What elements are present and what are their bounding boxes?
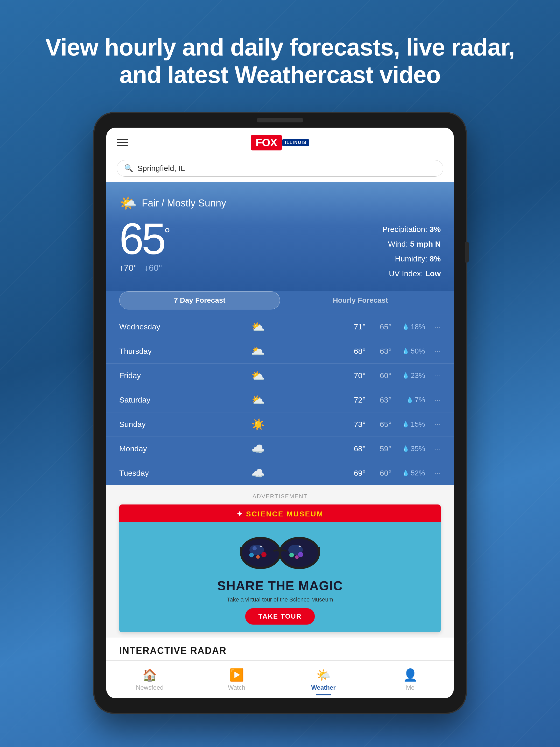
forecast-day: Monday <box>119 444 176 453</box>
forecast-more-button[interactable]: ··· <box>425 371 441 380</box>
forecast-lo: 63° <box>366 395 392 404</box>
hamburger-button[interactable] <box>117 139 128 146</box>
forecast-row[interactable]: Tuesday ☁️ 69° 60° 💧52% ··· <box>106 461 454 485</box>
tab-hourly[interactable]: Hourly Forecast <box>280 291 441 309</box>
forecast-row[interactable]: Friday ⛅ 70° 60° 💧23% ··· <box>106 363 454 388</box>
weather-stats: Precipitation: 3% Wind: 5 mph N Humidity… <box>382 216 441 281</box>
forecast-lo: 65° <box>366 323 392 331</box>
ad-bottom: SHARE THE MAGIC Take a virtual tour of t… <box>119 579 441 633</box>
fox-logo-subtext: ILLINOIS <box>282 139 309 146</box>
forecast-hi: 69° <box>340 469 366 478</box>
svg-point-10 <box>298 552 303 557</box>
precipitation-stat: Precipitation: 3% <box>382 222 441 236</box>
forecast-lo: 59° <box>366 444 392 453</box>
me-nav-label: Me <box>406 684 415 691</box>
app-screen: FOX ILLINOIS 🔍 Springfield, IL 🌤️ Fair /… <box>106 128 454 698</box>
forecast-precip: 💧18% <box>392 323 425 331</box>
forecast-lo: 60° <box>366 469 392 478</box>
forecast-lo: 65° <box>366 420 392 429</box>
ad-top: ✦ SCIENCE MUSEUM <box>119 505 441 522</box>
search-bar: 🔍 Springfield, IL <box>106 156 454 182</box>
forecast-more-button[interactable]: ··· <box>425 444 441 453</box>
forecast-precip: 💧15% <box>392 420 425 429</box>
ad-brand: ✦ SCIENCE MUSEUM <box>127 510 433 518</box>
temperature-value: 65° <box>119 216 168 261</box>
forecast-day: Thursday <box>119 347 176 356</box>
ad-middle: ✦ ✦ <box>119 522 441 579</box>
forecast-more-button[interactable]: ··· <box>425 420 441 429</box>
forecast-tabs: 7 Day Forecast Hourly Forecast <box>106 291 454 315</box>
forecast-hi: 68° <box>340 444 366 453</box>
search-input-wrap[interactable]: 🔍 Springfield, IL <box>117 160 443 177</box>
forecast-icon: ☁️ <box>176 442 340 455</box>
svg-text:✦: ✦ <box>259 544 263 548</box>
ad-label: ADVERTISEMENT <box>119 493 441 500</box>
wind-stat: Wind: 5 mph N <box>382 236 441 251</box>
nav-item-newsfeed[interactable]: 🏠 Newsfeed <box>106 665 193 698</box>
forecast-more-button[interactable]: ··· <box>425 469 441 477</box>
glasses-illustration: ✦ ✦ <box>233 530 327 571</box>
nav-item-weather[interactable]: 🌤️ Weather <box>280 665 367 698</box>
forecast-row[interactable]: Sunday ☀️ 73° 65° 💧15% ··· <box>106 412 454 437</box>
forecast-day: Sunday <box>119 420 176 429</box>
app-headline: View hourly and daily forecasts, live ra… <box>4 0 556 112</box>
condition-row: 🌤️ Fair / Mostly Sunny <box>119 195 441 211</box>
bottom-nav: 🏠 Newsfeed ▶️ Watch 🌤️ Weather 👤 Me <box>106 660 454 698</box>
forecast-precip: 💧35% <box>392 444 425 453</box>
svg-point-5 <box>252 546 257 550</box>
fox-logo-text: FOX <box>251 135 282 150</box>
forecast-icon: ⛅ <box>176 320 340 333</box>
forecast-icon: ☀️ <box>176 418 340 431</box>
ad-banner[interactable]: ✦ SCIENCE MUSEUM <box>119 505 441 633</box>
forecast-icon: ☁️ <box>176 467 340 480</box>
forecast-more-button[interactable]: ··· <box>425 323 441 331</box>
forecast-precip: 💧7% <box>392 396 425 404</box>
temp-stats-row: 65° ↑70° ↓60° Precipitation: 3% Wind: 5 … <box>119 216 441 281</box>
forecast-day: Wednesday <box>119 323 176 331</box>
condition-icon: 🌤️ <box>119 195 137 211</box>
condition-text: Fair / Mostly Sunny <box>142 198 226 209</box>
forecast-row[interactable]: Saturday ⛅ 72° 63° 💧7% ··· <box>106 388 454 412</box>
uv-stat: UV Index: Low <box>382 266 441 281</box>
forecast-more-button[interactable]: ··· <box>425 396 441 404</box>
svg-point-7 <box>256 555 260 559</box>
search-icon: 🔍 <box>124 164 133 173</box>
radar-section: INTERACTIVE RADAR <box>106 638 454 660</box>
forecast-day: Friday <box>119 371 176 380</box>
forecast-more-button[interactable]: ··· <box>425 347 441 355</box>
forecast-row[interactable]: Monday ☁️ 68° 59° 💧35% ··· <box>106 437 454 461</box>
humidity-stat: Humidity: 8% <box>382 251 441 266</box>
nav-item-me[interactable]: 👤 Me <box>367 665 454 698</box>
nav-item-watch[interactable]: ▶️ Watch <box>193 665 280 698</box>
nav-active-indicator <box>316 694 331 695</box>
svg-text:✦: ✦ <box>298 544 301 548</box>
forecast-day: Tuesday <box>119 469 176 478</box>
forecast-hi: 72° <box>340 395 366 404</box>
forecast-hi: 71° <box>340 323 366 331</box>
weather-nav-label: Weather <box>311 684 336 691</box>
svg-point-12 <box>289 553 294 558</box>
forecast-day: Saturday <box>119 395 176 404</box>
ad-section: ADVERTISEMENT ✦ SCIENCE MUSEUM <box>106 485 454 638</box>
forecast-row[interactable]: Thursday 🌥️ 68° 63° 💧50% ··· <box>106 339 454 363</box>
forecast-row[interactable]: Wednesday ⛅ 71° 65° 💧18% ··· <box>106 315 454 339</box>
forecast-icon: 🌥️ <box>176 345 340 358</box>
forecast-hi: 68° <box>340 347 366 356</box>
app-header: FOX ILLINOIS <box>106 128 454 156</box>
radar-title: INTERACTIVE RADAR <box>119 645 441 656</box>
ad-cta-button[interactable]: TAKE TOUR <box>245 608 315 624</box>
watch-nav-label: Watch <box>228 684 245 691</box>
watch-nav-icon: ▶️ <box>229 668 244 682</box>
tablet-frame: FOX ILLINOIS 🔍 Springfield, IL 🌤️ Fair /… <box>93 112 466 714</box>
svg-point-11 <box>295 555 299 559</box>
newsfeed-nav-icon: 🏠 <box>142 668 157 682</box>
forecast-icon: ⛅ <box>176 369 340 382</box>
me-nav-icon: 👤 <box>403 668 418 682</box>
weather-nav-icon: 🌤️ <box>316 668 331 682</box>
temp-range: ↑70° ↓60° <box>119 263 168 273</box>
tab-7day[interactable]: 7 Day Forecast <box>119 291 280 309</box>
forecast-lo: 60° <box>366 371 392 380</box>
forecast-icon: ⛅ <box>176 394 340 407</box>
forecast-list: Wednesday ⛅ 71° 65° 💧18% ··· Thursday 🌥️… <box>106 315 454 485</box>
temperature-display: 65° ↑70° ↓60° <box>119 216 168 273</box>
